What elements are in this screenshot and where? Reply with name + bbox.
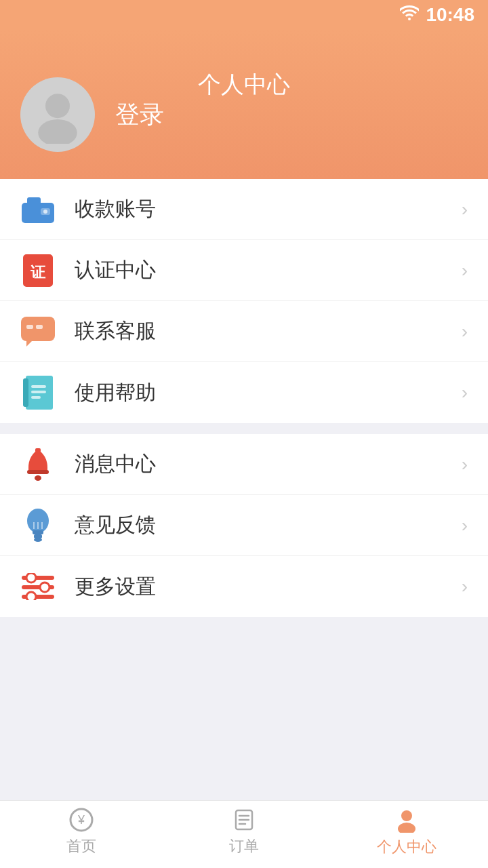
chevron-icon: › (462, 454, 468, 475)
svg-point-18 (35, 475, 41, 481)
status-time: 10:48 (426, 4, 474, 26)
menu-item-feedback[interactable]: 意见反馈 › (0, 495, 488, 556)
settings-label: 更多设置 (75, 573, 462, 601)
tab-orders[interactable]: 订单 (163, 808, 325, 862)
svg-text:证: 证 (30, 264, 46, 281)
help-label: 使用帮助 (75, 379, 462, 407)
svg-point-5 (43, 210, 47, 214)
tab-bar: ¥ 首页 订单 个人中心 (0, 800, 488, 868)
chevron-icon: › (462, 576, 468, 597)
menu-item-certification[interactable]: 证 认证中心 › (0, 240, 488, 301)
svg-point-39 (401, 810, 412, 821)
profile-tab-icon (394, 807, 420, 833)
chat-icon (20, 314, 56, 349)
svg-rect-21 (33, 530, 43, 534)
svg-rect-15 (31, 391, 46, 393)
svg-rect-9 (26, 325, 33, 329)
menu-section-2: 消息中心 › 意见反馈 › (0, 434, 488, 617)
feedback-label: 意见反馈 (75, 511, 462, 539)
chevron-icon: › (462, 199, 468, 220)
certification-label: 认证中心 (75, 256, 462, 284)
cert-icon: 证 (20, 253, 56, 288)
menu-item-message-center[interactable]: 消息中心 › (0, 434, 488, 495)
status-bar: 10:48 (0, 0, 488, 30)
svg-rect-14 (31, 385, 46, 388)
menu-section-1: 收款账号 › 证 认证中心 › (0, 179, 488, 423)
menu-item-settings[interactable]: 更多设置 › (0, 556, 488, 617)
chevron-icon: › (462, 515, 468, 536)
svg-rect-17 (27, 470, 49, 474)
bulb-icon (20, 508, 56, 543)
message-center-label: 消息中心 (75, 450, 462, 478)
customer-service-label: 联系客服 (75, 317, 462, 345)
tab-home[interactable]: ¥ 首页 (0, 808, 163, 862)
svg-point-30 (40, 583, 49, 592)
home-tab-icon: ¥ (69, 808, 94, 832)
chevron-icon: › (462, 260, 468, 281)
tab-profile[interactable]: 个人中心 (325, 807, 488, 863)
orders-tab-icon (232, 808, 256, 832)
wifi-icon (400, 5, 419, 24)
orders-tab-label: 订单 (229, 836, 259, 856)
chevron-icon: › (462, 321, 468, 342)
page-title: 个人中心 (0, 60, 488, 110)
svg-marker-11 (26, 341, 32, 347)
svg-rect-3 (27, 197, 41, 205)
svg-rect-19 (35, 448, 41, 452)
svg-point-28 (26, 573, 36, 583)
svg-rect-13 (23, 378, 28, 407)
svg-point-1 (38, 119, 77, 144)
menu-item-help[interactable]: 使用帮助 › (0, 362, 488, 423)
svg-text:¥: ¥ (77, 813, 85, 827)
bell-icon (20, 447, 56, 482)
book-icon (20, 375, 56, 410)
main-content: 收款账号 › 证 认证中心 › (0, 179, 488, 868)
menu-item-customer-service[interactable]: 联系客服 › (0, 301, 488, 362)
svg-point-40 (398, 823, 415, 833)
payment-account-label: 收款账号 (75, 195, 462, 223)
settings-icon (20, 569, 56, 604)
profile-tab-label: 个人中心 (377, 837, 436, 857)
chevron-icon: › (462, 382, 468, 403)
svg-rect-10 (36, 325, 43, 329)
menu-item-payment-account[interactable]: 收款账号 › (0, 179, 488, 240)
home-tab-label: 首页 (66, 836, 96, 856)
svg-point-23 (34, 538, 42, 542)
header-section: 个人中心 登录 (0, 30, 488, 179)
wallet-icon (20, 192, 56, 227)
svg-point-20 (27, 509, 49, 533)
svg-rect-16 (31, 396, 41, 399)
svg-point-32 (26, 592, 36, 600)
